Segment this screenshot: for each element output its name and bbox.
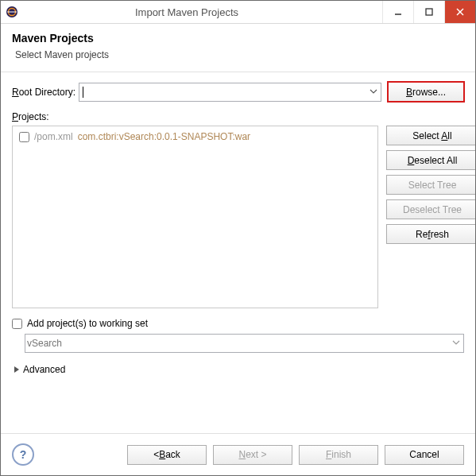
- refresh-button[interactable]: Refresh: [386, 224, 476, 244]
- wizard-header: Maven Projects Select Maven projects: [1, 24, 475, 72]
- eclipse-icon: [6, 6, 18, 18]
- working-set-label: Add project(s) to working set: [27, 318, 148, 329]
- finish-button: Finish: [299, 445, 378, 465]
- deselect-tree-button: Deselect Tree: [386, 199, 476, 219]
- triangle-right-icon: [14, 366, 20, 373]
- project-checkbox[interactable]: [19, 132, 29, 142]
- window-title: Import Maven Projects: [23, 6, 382, 18]
- projects-area: /pom.xml com.ctbri:vSearch:0.0.1-SNAPSHO…: [12, 126, 464, 308]
- root-directory-label: Root Directory:: [12, 87, 75, 98]
- window-controls: [382, 1, 475, 23]
- text-cursor: [83, 87, 83, 98]
- side-buttons: Select All Deselect All Select Tree Dese…: [386, 126, 464, 308]
- page-title: Maven Projects: [12, 32, 464, 45]
- deselect-all-button[interactable]: Deselect All: [386, 150, 476, 170]
- chevron-down-icon: [452, 338, 460, 347]
- root-directory-row: Root Directory: Browse...: [12, 82, 464, 102]
- advanced-toggle[interactable]: Advanced: [14, 364, 464, 375]
- projects-label: Projects:: [12, 111, 464, 122]
- working-set-checkbox[interactable]: [12, 319, 22, 329]
- back-button[interactable]: < Back: [127, 445, 207, 465]
- titlebar: Import Maven Projects: [1, 1, 475, 24]
- browse-button[interactable]: Browse...: [388, 82, 464, 102]
- page-subtitle: Select Maven projects: [15, 49, 464, 60]
- select-all-button[interactable]: Select All: [386, 126, 476, 145]
- wizard-body: Root Directory: Browse... Projects: /pom…: [1, 72, 475, 433]
- help-icon[interactable]: ?: [12, 443, 34, 466]
- working-set-checkbox-row: Add project(s) to working set: [12, 318, 464, 329]
- maximize-button[interactable]: [413, 1, 444, 23]
- svg-rect-4: [426, 9, 432, 15]
- select-tree-button: Select Tree: [386, 175, 476, 195]
- projects-list[interactable]: /pom.xml com.ctbri:vSearch:0.0.1-SNAPSHO…: [12, 126, 378, 308]
- close-button[interactable]: [444, 1, 475, 23]
- project-path: /pom.xml: [34, 131, 73, 142]
- root-directory-input[interactable]: [79, 83, 381, 102]
- project-item[interactable]: /pom.xml com.ctbri:vSearch:0.0.1-SNAPSHO…: [19, 131, 371, 142]
- project-coordinates: com.ctbri:vSearch:0.0.1-SNAPSHOT:war: [78, 131, 250, 142]
- dialog-window: Import Maven Projects Maven Projects Sel…: [0, 0, 476, 476]
- working-set-combo[interactable]: vSearch: [25, 334, 464, 353]
- chevron-down-icon: [370, 87, 377, 96]
- wizard-footer: ? < Back Next > Finish Cancel: [1, 433, 475, 475]
- minimize-button[interactable]: [382, 1, 413, 23]
- cancel-button[interactable]: Cancel: [385, 445, 464, 465]
- next-button: Next >: [213, 445, 292, 465]
